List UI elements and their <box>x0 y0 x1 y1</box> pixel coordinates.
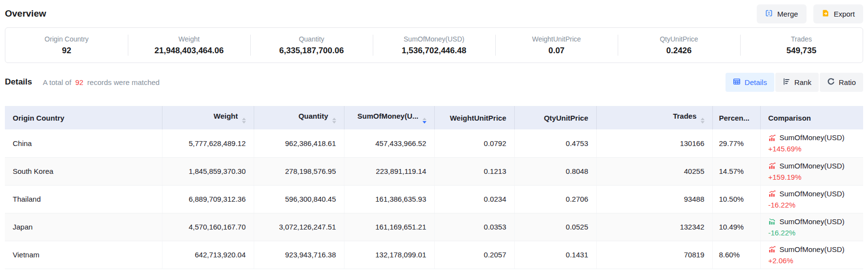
toolbar-actions: Merge Export <box>757 4 863 23</box>
export-button-label: Export <box>834 10 855 18</box>
sort-arrows-desc-active-icon <box>423 118 426 124</box>
stat-qty-unit-price: QtyUnitPrice 0.2426 <box>618 28 740 63</box>
column-header-sum-of-money[interactable]: SumOfMoney(U... <box>344 106 434 129</box>
cell-quantity: 278,198,576.95 <box>254 157 344 185</box>
cell-percentage: 29.77% <box>712 129 760 157</box>
cell-weight-unit-price: 0.1213 <box>434 157 514 185</box>
details-table: Origin Country Weight Quantity SumOfMone… <box>5 106 863 269</box>
cell-weight-unit-price: 0.0234 <box>434 185 514 213</box>
cell-comparison: SumOfMoney(USD) -16.22% <box>760 213 863 241</box>
merge-button-label: Merge <box>777 10 798 18</box>
cell-country: Vietnam <box>5 241 162 269</box>
column-header-qty-unit-price: QtyUnitPrice <box>514 106 596 129</box>
overview-stats-card: Origin Country 92 Weight 21,948,403,464.… <box>5 27 863 63</box>
view-tab-label: Ratio <box>839 78 856 86</box>
trend-up-chart-icon <box>768 245 776 253</box>
column-header-comparison: Comparison <box>760 106 863 129</box>
view-tab-rank[interactable]: Rank <box>775 73 819 92</box>
column-header-quantity[interactable]: Quantity <box>254 106 344 129</box>
view-tab-ratio[interactable]: Ratio <box>820 73 863 92</box>
cell-qty-unit-price: 0.0525 <box>514 213 596 241</box>
cell-quantity: 596,300,840.45 <box>254 185 344 213</box>
cell-weight-unit-price: 0.2057 <box>434 241 514 269</box>
trend-up-chart-icon <box>768 162 776 169</box>
cell-weight: 642,713,920.04 <box>162 241 254 269</box>
stat-sum-of-money: SumOfMoney(USD) 1,536,702,446.48 <box>373 28 495 63</box>
stat-label: QtyUnitPrice <box>660 35 698 43</box>
stat-label: Quantity <box>299 35 324 43</box>
cell-weight: 6,889,709,312.36 <box>162 185 254 213</box>
cell-percentage: 14.57% <box>712 157 760 185</box>
cell-comparison: SumOfMoney(USD) +159.19% <box>760 157 863 185</box>
view-switch: Details Rank Ratio <box>726 73 863 92</box>
column-header-weight[interactable]: Weight <box>162 106 254 129</box>
column-header-origin-country: Origin Country <box>5 106 162 129</box>
table-grid-icon <box>733 78 741 87</box>
stat-origin-country: Origin Country 92 <box>5 28 128 63</box>
comparison-change: +145.69% <box>768 143 864 154</box>
cell-percentage: 8.60% <box>712 241 760 269</box>
cell-trades: 130166 <box>596 129 712 157</box>
cell-country: Japan <box>5 213 162 241</box>
cell-weight: 5,777,628,489.12 <box>162 129 254 157</box>
table-row: China 5,777,628,489.12 962,386,418.61 45… <box>5 129 863 157</box>
cell-sum-of-money: 132,178,099.01 <box>344 241 434 269</box>
comparison-change: -16.22% <box>768 199 864 210</box>
summary-suffix: records were matched <box>87 78 160 86</box>
stat-value: 92 <box>62 46 71 56</box>
sort-arrows-icon <box>701 118 705 124</box>
cell-qty-unit-price: 0.1431 <box>514 241 596 269</box>
records-matched-summary: A total of 92 records were matched <box>43 78 160 86</box>
stat-value: 0.07 <box>548 46 565 56</box>
view-tab-label: Details <box>745 78 767 86</box>
record-count: 92 <box>75 78 83 86</box>
comparison-change: -16.22% <box>768 227 864 238</box>
cell-comparison: SumOfMoney(USD) +2.06% <box>760 241 863 269</box>
cell-trades: 40255 <box>596 157 712 185</box>
cell-quantity: 923,943,716.38 <box>254 241 344 269</box>
stat-label: Weight <box>179 35 200 43</box>
table-row: Thailand 6,889,709,312.36 596,300,840.45… <box>5 185 863 213</box>
stat-trades: Trades 549,735 <box>740 28 863 63</box>
cell-country: South Korea <box>5 157 162 185</box>
trend-down-chart-icon <box>768 217 776 225</box>
comparison-metric: SumOfMoney(USD) <box>780 188 845 199</box>
cell-country: China <box>5 129 162 157</box>
cell-weight-unit-price: 0.0353 <box>434 213 514 241</box>
cell-trades: 93488 <box>596 185 712 213</box>
cell-percentage: 10.50% <box>712 185 760 213</box>
sort-arrows-icon <box>332 118 336 124</box>
trend-up-chart-icon <box>768 189 776 197</box>
comparison-change: +159.19% <box>768 171 864 183</box>
export-button[interactable]: Export <box>813 4 863 23</box>
cell-quantity: 3,072,126,247.51 <box>254 213 344 241</box>
cell-comparison: SumOfMoney(USD) -16.22% <box>760 185 863 213</box>
ratio-cycle-icon <box>827 78 835 87</box>
stat-label: SumOfMoney(USD) <box>404 35 464 43</box>
cell-sum-of-money: 161,169,651.21 <box>344 213 434 241</box>
page-title: Overview <box>5 8 46 19</box>
stat-quantity: Quantity 6,335,187,700.06 <box>250 28 373 63</box>
table-row: Japan 4,570,160,167.70 3,072,126,247.51 … <box>5 213 863 241</box>
comparison-metric: SumOfMoney(USD) <box>780 160 845 171</box>
cell-quantity: 962,386,418.61 <box>254 129 344 157</box>
merge-icon <box>765 9 773 19</box>
stat-label: Origin Country <box>44 35 88 43</box>
stat-weight-unit-price: WeightUnitPrice 0.07 <box>495 28 618 63</box>
merge-button[interactable]: Merge <box>757 4 807 23</box>
details-title: Details <box>5 77 32 87</box>
comparison-change: +2.06% <box>768 255 864 266</box>
table-row: Vietnam 642,713,920.04 923,943,716.38 13… <box>5 241 863 269</box>
cell-trades: 70819 <box>596 241 712 269</box>
cell-percentage: 10.49% <box>712 213 760 241</box>
stat-value: 6,335,187,700.06 <box>279 46 343 56</box>
stat-label: Trades <box>791 35 812 43</box>
overview-page: Overview Merge <box>0 0 868 269</box>
table-row: South Korea 1,845,859,370.30 278,198,576… <box>5 157 863 185</box>
comparison-metric: SumOfMoney(USD) <box>780 132 845 143</box>
stat-value: 549,735 <box>787 46 816 56</box>
cell-weight: 4,570,160,167.70 <box>162 213 254 241</box>
column-header-trades[interactable]: Trades <box>596 106 712 129</box>
view-tab-label: Rank <box>794 78 811 86</box>
view-tab-details[interactable]: Details <box>726 73 774 92</box>
